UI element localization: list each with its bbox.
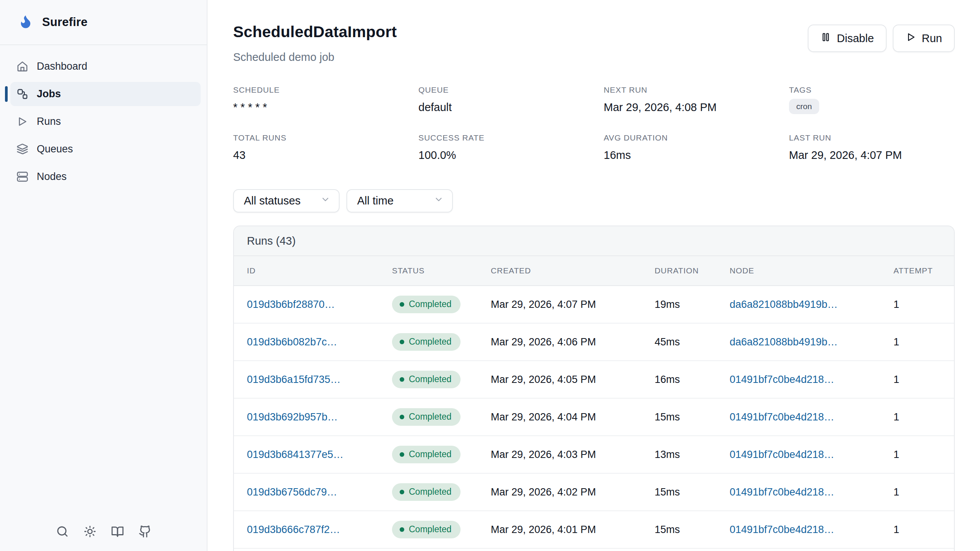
stat-value: default: [418, 101, 604, 114]
node-link[interactable]: da6a821088bb4919b…: [730, 336, 838, 348]
status-filter-select[interactable]: All statuses: [233, 189, 340, 213]
table-row: 019d3b6756dc79… Completed Mar 29, 2026, …: [234, 474, 954, 511]
table-row: 019d3b666c787f2… Completed Mar 29, 2026,…: [234, 511, 954, 549]
run-id-link[interactable]: 019d3b6b082b7c…: [247, 336, 337, 348]
run-button-label: Run: [922, 32, 942, 45]
status-badge: Completed: [392, 408, 461, 426]
status-badge-label: Completed: [409, 487, 451, 497]
stat-value: * * * * *: [233, 101, 418, 114]
node-link[interactable]: 01491bf7c0be4d218…: [730, 524, 834, 535]
stat-value: Mar 29, 2026, 4:08 PM: [604, 101, 789, 114]
github-button[interactable]: [136, 523, 154, 541]
column-header-node: NODE: [730, 266, 893, 275]
status-badge: Completed: [392, 483, 461, 501]
stat-value: Mar 29, 2026, 4:07 PM: [789, 149, 955, 162]
run-id-link[interactable]: 019d3b6841377e5…: [247, 449, 343, 460]
sidebar-item-label: Dashboard: [37, 60, 87, 72]
sidebar-item-label: Runs: [37, 116, 61, 128]
stat-value: 43: [233, 149, 418, 162]
run-id-link[interactable]: 019d3b6a15fd735…: [247, 374, 341, 385]
run-duration: 13ms: [655, 449, 730, 461]
column-header-id: ID: [247, 266, 392, 275]
run-attempt: 1: [893, 411, 954, 423]
run-duration: 15ms: [655, 486, 730, 498]
stat-queue: QUEUE default: [418, 85, 604, 114]
workflow-icon: [16, 88, 28, 100]
sidebar-item-runs[interactable]: Runs: [10, 110, 201, 134]
run-duration: 45ms: [655, 336, 730, 348]
status-badge: Completed: [392, 333, 461, 351]
node-link[interactable]: 01491bf7c0be4d218…: [730, 374, 834, 385]
status-badge-label: Completed: [409, 337, 451, 347]
time-filter-value: All time: [357, 195, 394, 207]
stat-label: QUEUE: [418, 85, 604, 95]
brand: Surefire: [0, 0, 207, 45]
run-attempt: 1: [893, 486, 954, 498]
stat-label: LAST RUN: [789, 133, 955, 142]
status-badge-label: Completed: [409, 412, 451, 422]
stat-last-run: LAST RUN Mar 29, 2026, 4:07 PM: [789, 133, 955, 162]
stat-success-rate: SUCCESS RATE 100.0%: [418, 133, 604, 162]
column-header-duration: DURATION: [655, 266, 730, 275]
node-link[interactable]: da6a821088bb4919b…: [730, 299, 838, 310]
chevron-down-icon: [434, 195, 444, 207]
layers-icon: [16, 143, 28, 155]
job-stats-grid: SCHEDULE * * * * * QUEUE default NEXT RU…: [233, 85, 955, 162]
runs-table-header: ID STATUS CREATED DURATION NODE ATTEMPT: [234, 256, 954, 286]
status-filter-value: All statuses: [244, 195, 301, 207]
time-filter-select[interactable]: All time: [346, 189, 453, 213]
status-badge: Completed: [392, 296, 461, 313]
stat-next-run: NEXT RUN Mar 29, 2026, 4:08 PM: [604, 85, 789, 114]
stat-label: SUCCESS RATE: [418, 133, 604, 142]
run-id-link[interactable]: 019d3b692b957b…: [247, 411, 338, 423]
stat-tags: TAGS cron: [789, 85, 955, 114]
sidebar-item-nodes[interactable]: Nodes: [10, 165, 201, 189]
status-dot-icon: [400, 302, 404, 307]
run-duration: 19ms: [655, 299, 730, 311]
status-badge: Completed: [392, 371, 461, 388]
run-id-link[interactable]: 019d3b6756dc79…: [247, 486, 337, 498]
run-created: Mar 29, 2026, 4:06 PM: [491, 336, 655, 348]
sidebar-item-queues[interactable]: Queues: [10, 137, 201, 161]
status-dot-icon: [400, 452, 404, 457]
status-badge-label: Completed: [409, 299, 451, 309]
search-button[interactable]: [53, 523, 72, 541]
flame-logo-icon: [18, 13, 34, 31]
stat-label: SCHEDULE: [233, 85, 418, 95]
github-icon: [139, 525, 152, 539]
tag-badge: cron: [789, 99, 819, 114]
column-header-status: STATUS: [392, 266, 491, 275]
docs-button[interactable]: [108, 523, 127, 541]
stat-value: 16ms: [604, 149, 789, 162]
status-dot-icon: [400, 415, 404, 419]
status-dot-icon: [400, 527, 404, 532]
run-attempt: 1: [893, 374, 954, 386]
sun-icon: [83, 525, 96, 539]
pause-icon: [820, 32, 831, 45]
node-link[interactable]: 01491bf7c0be4d218…: [730, 411, 834, 423]
server-icon: [16, 171, 28, 183]
status-badge-label: Completed: [409, 449, 451, 459]
status-badge-label: Completed: [409, 524, 451, 535]
status-badge: Completed: [392, 446, 461, 463]
run-created: Mar 29, 2026, 4:05 PM: [491, 374, 655, 386]
run-id-link[interactable]: 019d3b666c787f2…: [247, 524, 340, 535]
stat-schedule: SCHEDULE * * * * *: [233, 85, 418, 114]
sidebar: Surefire Dashboard Jobs: [0, 0, 207, 551]
status-badge-label: Completed: [409, 374, 451, 384]
node-link[interactable]: 01491bf7c0be4d218…: [730, 449, 834, 460]
sidebar-item-jobs[interactable]: Jobs: [10, 82, 201, 106]
brand-name: Surefire: [42, 15, 88, 29]
sidebar-nav: Dashboard Jobs Runs: [0, 45, 207, 189]
play-icon: [905, 32, 916, 45]
theme-toggle-button[interactable]: [81, 523, 99, 541]
table-row: 019d3b6a15fd735… Completed Mar 29, 2026,…: [234, 361, 954, 399]
disable-button[interactable]: Disable: [808, 25, 887, 52]
sidebar-item-dashboard[interactable]: Dashboard: [10, 54, 201, 78]
status-dot-icon: [400, 490, 404, 494]
node-link[interactable]: 01491bf7c0be4d218…: [730, 486, 834, 498]
run-attempt: 1: [893, 299, 954, 311]
run-id-link[interactable]: 019d3b6bf28870…: [247, 299, 335, 310]
sidebar-item-label: Nodes: [37, 171, 67, 183]
run-button[interactable]: Run: [893, 25, 955, 52]
